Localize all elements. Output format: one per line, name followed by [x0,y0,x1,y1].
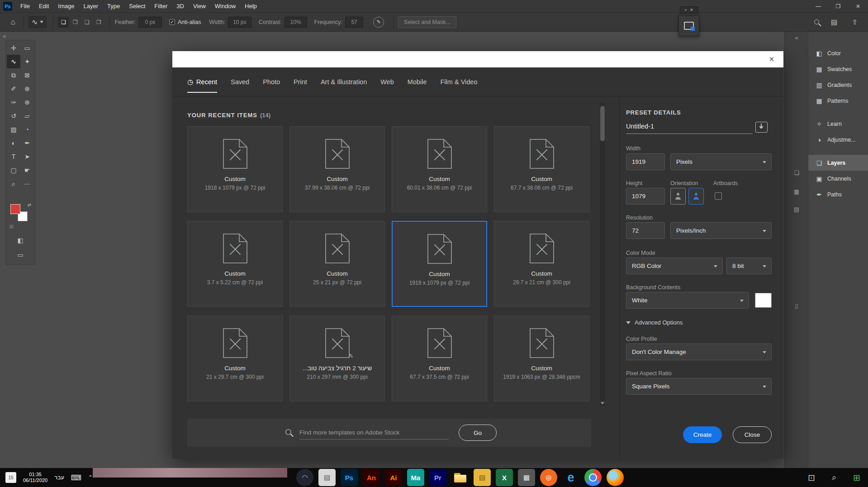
close-dialog-button[interactable]: Close [733,426,772,443]
recent-item-card[interactable]: ✎ Custom 1919 x 1079 px @ 72 ppi [392,221,487,307]
dialog-close-icon[interactable]: ✕ [767,55,776,64]
landscape-orientation-button[interactable] [688,188,704,205]
blur-tool[interactable]: ◔ [20,123,34,136]
pixel-aspect-ratio-select[interactable]: Square Pixels [626,378,772,395]
delete-panel-icon[interactable]: ▯ [785,302,808,309]
panel-patterns[interactable]: ▩ Patterns [808,93,868,109]
tab-print[interactable]: Print [294,67,307,96]
start-grid-icon[interactable]: ⊞ [850,469,863,486]
stock-search-input[interactable] [299,426,449,439]
select-and-mask-button[interactable]: Select and Mask... [398,16,456,28]
resolution-unit-select[interactable]: Pixels/Inch [670,222,772,239]
recent-item-card[interactable]: ✎ Custom 1918 x 1079 px @ 72 ppi [187,126,283,212]
tab-recent[interactable]: ◷ Recent [187,67,217,96]
clock[interactable]: 01:35 06/11/2020 [23,472,47,483]
menu-layer[interactable]: Layer [79,0,103,12]
recent-item-card[interactable]: ✎ שיעור 2 תרגיל צביעה טוב... 210 x 297 m… [289,315,385,401]
collapsed-panel-2-icon[interactable]: ▦ [785,188,808,195]
maya-taskbar-icon[interactable]: Ma [407,469,424,486]
background-contents-select[interactable]: White [626,292,749,309]
history-brush-tool[interactable]: ↺ [7,109,20,123]
portrait-orientation-button[interactable] [670,188,686,205]
panel-channels[interactable]: ▣ Channels [808,171,868,186]
rectangular-marquee-tool[interactable]: ▭ [20,41,34,55]
dodge-tool[interactable]: ◐ [7,136,20,150]
color-profile-select[interactable]: Don't Color Manage [626,344,772,360]
pen-pressure-icon[interactable]: ✎ [373,17,384,28]
minimize-button[interactable]: — [808,0,828,12]
menu-3d[interactable]: 3D [172,0,189,12]
gradient-tool[interactable]: ▨ [7,123,20,136]
search-taskbar-icon[interactable]: ⌕ [827,469,841,486]
zoom-tool[interactable]: ⌕ [7,177,20,191]
feather-input[interactable]: 0 px [138,17,162,28]
recent-item-card[interactable]: ✎ Custom 67.7 x 37.5 cm @ 72 ppi [392,315,487,401]
artboards-checkbox[interactable] [715,192,722,200]
crop-tool[interactable]: ⧉ [7,68,20,82]
menu-filter[interactable]: Filter [150,0,172,12]
recent-item-card[interactable]: ✎ Custom 1919 x 1063 px @ 28.346 ppcm [494,315,589,401]
chevron-up-icon[interactable]: ⌃ [88,474,93,481]
bit-depth-select[interactable]: 8 bit [726,258,772,274]
go-button[interactable]: Go [459,425,497,441]
recent-item-card[interactable]: ✎ Custom 29.7 x 21 cm @ 300 ppi [494,221,589,307]
close-panel-icon[interactable]: ✕ [690,8,693,12]
panel-swatches[interactable]: ▦ Swatches [808,61,868,77]
brush-tool[interactable]: ✑ [7,95,20,109]
chrome-icon[interactable] [584,469,602,486]
menu-window[interactable]: Window [210,0,240,12]
panel-gradients[interactable]: ▥ Gradients [808,77,868,93]
collapse-tools-icon[interactable]: « [3,33,6,39]
panel-adjustments[interactable]: ◑ Adjustme... [808,132,868,148]
spot-healing-brush-tool[interactable]: ⊕ [20,82,34,95]
scrollbar[interactable] [600,102,605,406]
tab-saved[interactable]: Saved [231,67,249,96]
subtract-selection-mode[interactable]: ❑ [81,17,92,28]
panel-color[interactable]: ◧ Color [808,45,868,61]
collapsed-panel-3-icon[interactable]: ▤ [785,206,808,213]
language-indicator[interactable]: עבר [54,474,64,481]
tab-web[interactable]: Web [380,67,394,96]
recent-item-card[interactable]: ✎ Custom 3.7 x 5.22 cm @ 72 ppi [187,221,283,307]
search-icon[interactable] [814,19,819,24]
tab-film-video[interactable]: Film & Video [441,67,478,96]
document-name-input[interactable] [626,123,753,134]
firefox-icon[interactable] [607,469,624,486]
swap-colors-icon[interactable]: ⇄ [28,202,31,207]
orange-app-icon[interactable]: ◎ [540,469,557,486]
menu-type[interactable]: Type [103,0,124,12]
panels-icon[interactable]: ▤ [828,16,840,28]
share-icon[interactable]: ⇧ [849,16,861,28]
tab-art-illustration[interactable]: Art & Illustration [321,67,367,96]
panel-paths[interactable]: ✒ Paths [808,186,868,202]
recent-item-card[interactable]: ✎ Custom 25 x 21 px @ 72 ppi [289,221,385,307]
path-selection-tool[interactable]: ➤ [20,150,34,163]
pen-tool[interactable]: ✒ [20,136,34,150]
keyboard-icon[interactable]: ⌨ [71,473,81,482]
home-icon[interactable]: ⌂ [7,16,19,28]
frame-tool[interactable]: ⊠ [20,68,34,82]
notification-badge[interactable]: 15 [5,472,16,483]
panel-layers[interactable]: ❏ Layers [808,155,868,171]
quick-mask-icon[interactable]: ◧ [17,237,23,244]
eyedropper-tool[interactable]: ✐ [7,82,20,95]
clone-stamp-tool[interactable]: ⊛ [20,95,34,109]
premiere-taskbar-icon[interactable]: Pr [429,469,446,486]
scrollbar-down-arrow[interactable] [601,402,604,405]
photoshop-taskbar-icon[interactable]: Ps [341,469,358,486]
excel-icon[interactable]: X [496,469,513,486]
file-explorer-icon[interactable] [451,469,469,486]
collapse-dock-icon[interactable]: « [785,34,808,41]
eraser-tool[interactable]: ▱ [20,109,34,123]
notes-app-icon[interactable]: ▤ [474,469,491,486]
edge-icon[interactable]: e [562,469,579,486]
width-unit-select[interactable]: Pixels [670,153,772,170]
background-color-swatch[interactable] [755,293,772,308]
width-option-input[interactable]: 10 px [228,17,251,28]
rectangle-tool[interactable]: ▢ [7,163,20,177]
create-button[interactable]: Create [683,426,722,443]
save-preset-icon[interactable] [755,122,768,133]
collapse-panel-icon[interactable]: » [684,8,687,12]
add-selection-mode[interactable]: ❐ [70,17,81,28]
recent-item-card[interactable]: ✎ Custom 37.99 x 38.06 cm @ 72 ppi [289,126,385,212]
